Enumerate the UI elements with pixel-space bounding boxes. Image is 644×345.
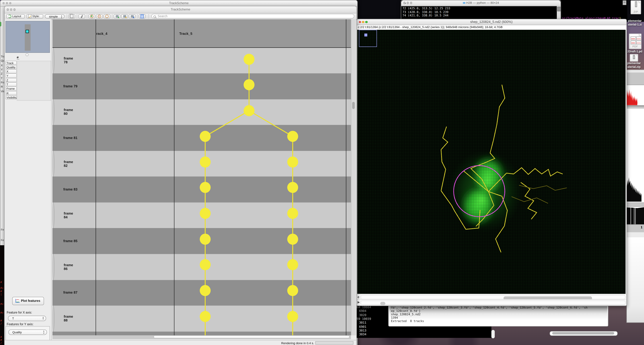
zoom-button[interactable] <box>366 21 368 23</box>
style-select[interactable]: simple ▲▼ <box>45 14 65 18</box>
spot[interactable] <box>287 311 298 322</box>
track-polyline[interactable] <box>488 192 507 252</box>
close-button[interactable] <box>359 21 361 23</box>
split-handle[interactable] <box>26 53 28 56</box>
feature-row-headers[interactable]: Track IDQualityXYZTFrameRVisibility <box>5 61 16 100</box>
scrollbar-thumb[interactable] <box>557 6 561 11</box>
zoom-button[interactable] <box>410 2 412 4</box>
spot[interactable] <box>200 131 211 142</box>
minimize-button[interactable] <box>6 2 8 4</box>
terminal-titlebar[interactable]: H2B — python — 80×24 <box>401 0 560 6</box>
zoom-in-button[interactable] <box>88 14 95 18</box>
zip2-label-line2[interactable]: aterial.zip <box>625 65 643 69</box>
time-slider-thumb[interactable] <box>380 302 385 305</box>
spot[interactable] <box>200 208 211 219</box>
track-polyline[interactable] <box>464 171 494 226</box>
close-button[interactable] <box>403 2 406 4</box>
terminal-scrollbar[interactable] <box>557 6 560 20</box>
list-item: Quality <box>5 65 16 69</box>
spot[interactable] <box>244 105 254 116</box>
viewer-titlebar[interactable]: shep_120824_5.nd2 (600%) <box>356 19 626 25</box>
spot[interactable] <box>200 285 211 296</box>
capture-decorated-button[interactable] <box>121 14 128 18</box>
minimize-button[interactable] <box>407 2 409 4</box>
pdf-label[interactable]: 2Draft-1.pd <box>626 50 644 54</box>
zip1-label-line1[interactable]: plementar <box>626 19 644 23</box>
plot-features-button[interactable]: Plot features <box>12 296 44 305</box>
camera-green-icon <box>116 15 118 18</box>
spot[interactable] <box>200 311 211 322</box>
spot[interactable] <box>287 182 298 193</box>
play-icon[interactable]: ▶ <box>358 301 360 304</box>
edge[interactable] <box>205 110 249 136</box>
layout-button[interactable]: Layout <box>6 14 25 18</box>
track-polyline[interactable] <box>521 182 537 219</box>
zoom-button[interactable] <box>9 2 12 4</box>
track-polyline[interactable] <box>471 84 505 192</box>
spot[interactable] <box>287 259 298 270</box>
edit-button[interactable] <box>78 14 85 18</box>
scrollbar-thumb[interactable] <box>154 336 350 338</box>
spot[interactable] <box>287 131 298 142</box>
display-table-button[interactable] <box>139 14 146 18</box>
export-button[interactable] <box>129 14 136 18</box>
column-label-track4[interactable]: rack_4 <box>96 32 108 36</box>
spot[interactable] <box>287 285 298 296</box>
x-axis-select[interactable]: T ▲▼ <box>8 316 46 321</box>
zoom-reset-button[interactable] <box>104 14 110 18</box>
time-slider-track[interactable] <box>360 300 625 305</box>
track-polyline[interactable] <box>488 168 563 192</box>
back-window-titlebar[interactable]: TrackScheme <box>0 0 357 6</box>
vertical-scrollbar[interactable] <box>351 19 356 335</box>
spot[interactable] <box>287 156 298 168</box>
spot[interactable] <box>287 208 298 219</box>
minimize-button[interactable] <box>362 21 364 23</box>
style-button[interactable]: Style: <box>26 14 43 18</box>
spot[interactable] <box>244 79 254 90</box>
edge[interactable] <box>249 110 293 136</box>
y-axis-select[interactable]: Quality ▲▼ <box>8 330 47 335</box>
track-polyline-dim[interactable] <box>512 196 548 203</box>
track-polyline[interactable] <box>441 126 480 229</box>
terminal-window-h2b: H2B — python — 80×24 72 (425.0, 313.5) 1… <box>401 0 561 21</box>
zoom-button[interactable] <box>14 8 16 11</box>
track-polyline-dim[interactable] <box>519 185 567 190</box>
scrollbar-thumb[interactable] <box>622 0 626 5</box>
minimap-viewport-rect[interactable] <box>26 30 29 33</box>
scrollbar-thumb[interactable] <box>352 102 355 109</box>
progress-bar <box>315 341 354 344</box>
spot[interactable] <box>200 156 211 168</box>
lineage-graph[interactable]: rack_4 Track_5 frame 78frame 79frame 80f… <box>52 19 351 335</box>
column-label-track5[interactable]: Track_5 <box>179 32 192 36</box>
zoom-out-button[interactable] <box>96 14 103 18</box>
zip1-label-line2[interactable]: aterial-1.zi <box>626 23 644 26</box>
close-button[interactable] <box>7 8 9 11</box>
capture-undecorated-button[interactable] <box>114 14 120 18</box>
channel-slider-track[interactable] <box>360 295 625 300</box>
roi-rectangle[interactable] <box>359 30 377 47</box>
spot[interactable] <box>200 234 211 244</box>
zip-file-icon-2[interactable] <box>630 54 638 62</box>
terminal-title: H2B — python — 80×24 <box>466 1 499 4</box>
spot[interactable] <box>200 182 211 193</box>
close-button[interactable] <box>2 2 5 4</box>
scrollbar-thumb[interactable] <box>552 332 614 335</box>
spot[interactable] <box>287 234 298 244</box>
pdf-file-icon[interactable]: PDF <box>629 34 642 49</box>
list-item: Y <box>5 74 16 78</box>
lineage-tree[interactable] <box>52 48 351 335</box>
minimize-button[interactable] <box>10 8 12 11</box>
zip-file-icon[interactable]: ZIP <box>630 0 641 14</box>
zip2-label-line1[interactable]: plementar <box>625 62 643 65</box>
horizontal-scrollbar[interactable] <box>550 331 618 336</box>
back-window-controls[interactable] <box>2 2 12 4</box>
image-canvas[interactable] <box>357 30 626 294</box>
horizontal-scrollbar[interactable] <box>52 335 351 339</box>
outline-minimap[interactable] <box>5 21 50 53</box>
spot[interactable] <box>200 259 211 270</box>
trackscheme-titlebar[interactable]: TrackScheme <box>4 6 356 14</box>
panel-band <box>627 106 644 109</box>
search-input[interactable]: Search <box>152 14 354 18</box>
copy-button[interactable] <box>68 14 75 18</box>
spot[interactable] <box>244 54 254 65</box>
